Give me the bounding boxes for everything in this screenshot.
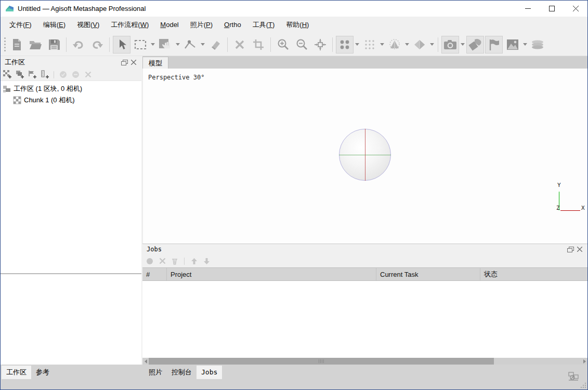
trash-icon — [171, 258, 178, 265]
center-view-button[interactable] — [311, 36, 329, 53]
minimize-button[interactable] — [516, 1, 540, 17]
save-project-button[interactable] — [45, 36, 63, 53]
rectangle-selection-dropdown[interactable] — [150, 36, 156, 53]
tab-console[interactable]: 控制台 — [167, 366, 197, 379]
toolbar-drag-handle[interactable] — [2, 36, 7, 53]
delete-job-button[interactable] — [171, 257, 179, 265]
flag-marker-icon — [488, 38, 500, 51]
jobs-close-button[interactable] — [575, 245, 584, 254]
model-shaded-view-button[interactable] — [386, 36, 403, 53]
zoom-out-button[interactable] — [293, 36, 310, 53]
column-header-current-task[interactable]: Current Task — [376, 268, 480, 280]
column-header-status[interactable]: 状态 — [480, 268, 587, 280]
open-project-button[interactable] — [27, 36, 44, 53]
crop-region-button[interactable] — [250, 36, 267, 53]
show-orthophoto-button[interactable] — [504, 36, 521, 53]
scroll-left-button[interactable] — [142, 358, 149, 365]
measure-angle-button[interactable] — [181, 36, 199, 53]
window-title: Untitled — Agisoft Metashape Professiona… — [18, 5, 146, 12]
scrollbar-thumb[interactable] — [149, 358, 494, 365]
add-photos-button[interactable] — [15, 70, 24, 79]
model-solid-dropdown[interactable] — [429, 36, 435, 53]
tree-item-workspace-root[interactable]: 工作区 (1 区块, 0 相机) — [1, 83, 141, 95]
jobs-horizontal-scrollbar[interactable] — [142, 358, 587, 365]
point-cloud-view-button[interactable] — [336, 36, 354, 53]
menu-ortho[interactable]: Ortho — [218, 17, 247, 33]
move-job-up-button[interactable] — [190, 257, 198, 265]
tab-model[interactable]: 模型 — [142, 57, 168, 69]
menu-help[interactable]: 帮助(H) — [280, 17, 315, 33]
title-bar: Untitled — Agisoft Metashape Professiona… — [1, 1, 587, 17]
cancel-job-button[interactable] — [158, 257, 166, 265]
model-shaded-dropdown[interactable] — [404, 36, 410, 53]
menu-file[interactable]: 文件(F) — [4, 17, 37, 33]
cancel-x-icon — [159, 258, 166, 264]
move-job-down-button[interactable] — [202, 257, 211, 265]
tab-photos[interactable]: 照片 — [144, 366, 167, 379]
point-cloud-dropdown[interactable] — [354, 36, 360, 53]
navigation-pan-button[interactable] — [156, 36, 174, 53]
network-status-button[interactable] — [568, 371, 579, 382]
angle-ruler-icon — [184, 39, 197, 50]
column-header-number[interactable]: # — [142, 268, 167, 280]
right-dock-tabs: 照片 控制台 Jobs — [144, 366, 222, 379]
measure-dropdown[interactable] — [200, 36, 206, 53]
rectangle-selection-button[interactable] — [132, 36, 149, 53]
tree-item-chunk-1[interactable]: Chunk 1 (0 相机) — [1, 95, 141, 106]
tab-reference[interactable]: 参考 — [31, 366, 54, 379]
scroll-right-button[interactable] — [581, 358, 587, 365]
zoom-in-button[interactable] — [274, 36, 292, 53]
disable-item-button[interactable] — [71, 70, 80, 79]
scrollbar-track[interactable] — [494, 358, 581, 365]
workspace-float-button[interactable] — [120, 58, 129, 67]
redo-button[interactable] — [88, 36, 106, 53]
show-cameras-button[interactable] — [441, 36, 459, 53]
undo-button[interactable] — [70, 36, 87, 53]
menu-tools[interactable]: 工具(T) — [247, 17, 281, 33]
workspace-close-button[interactable] — [129, 58, 138, 67]
window-controls — [516, 1, 587, 17]
show-markers-button[interactable] — [485, 36, 503, 53]
enable-item-button[interactable] — [58, 70, 68, 79]
menu-workflow[interactable]: 工作流程(W) — [105, 17, 154, 33]
navigation-dropdown[interactable] — [175, 36, 181, 53]
window-resize-grip[interactable] — [580, 382, 586, 388]
workspace-panel-header: 工作区 — [1, 56, 141, 69]
add-scalebar-button[interactable] — [40, 70, 49, 79]
run-job-button[interactable] — [146, 257, 154, 265]
show-shapes-button[interactable] — [466, 36, 484, 53]
selection-arrow-button[interactable] — [113, 36, 130, 53]
jobs-panel-header: Jobs — [142, 244, 587, 254]
jobs-table-body[interactable] — [142, 281, 587, 358]
dense-cloud-dropdown[interactable] — [379, 36, 385, 53]
show-orthophoto-dropdown[interactable] — [522, 36, 528, 53]
tab-workspace[interactable]: 工作区 — [2, 366, 31, 379]
menu-model[interactable]: Model — [154, 17, 184, 33]
delete-selection-button[interactable] — [231, 36, 249, 53]
add-marker-button[interactable] — [28, 70, 37, 79]
add-marker-icon — [28, 70, 37, 79]
toolbar-separator — [109, 37, 110, 52]
show-dem-button[interactable] — [529, 36, 546, 53]
jobs-toolbar — [142, 254, 587, 267]
eraser-button[interactable] — [206, 36, 224, 53]
remove-item-button[interactable] — [83, 70, 93, 79]
open-folder-icon — [29, 39, 42, 50]
tab-jobs[interactable]: Jobs — [197, 366, 222, 379]
menu-photo[interactable]: 照片(P) — [185, 17, 218, 33]
new-project-button[interactable] — [8, 36, 25, 53]
toolbar-separator — [332, 37, 333, 52]
dense-cloud-view-button[interactable] — [361, 36, 378, 53]
model-solid-view-button[interactable] — [411, 36, 428, 53]
close-button[interactable] — [564, 1, 587, 17]
menu-edit[interactable]: 编辑(E) — [37, 17, 71, 33]
add-chunk-button[interactable] — [3, 70, 12, 79]
maximize-button[interactable] — [540, 1, 564, 17]
column-header-project[interactable]: Project — [167, 268, 376, 280]
show-cameras-dropdown[interactable] — [460, 36, 466, 53]
menu-view[interactable]: 视图(V) — [71, 17, 105, 33]
model-viewport[interactable]: Perspective 30° Y Z X — [142, 69, 587, 244]
jobs-float-button[interactable] — [566, 245, 575, 254]
workspace-panel-title: 工作区 — [5, 58, 120, 67]
pan-hand-icon — [159, 38, 172, 51]
